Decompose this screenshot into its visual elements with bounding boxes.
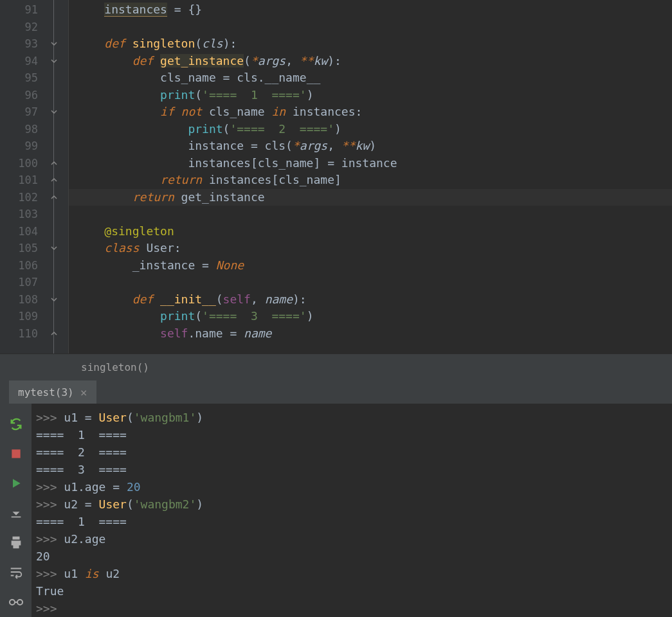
line-number: 106	[0, 257, 48, 274]
breadcrumb-item[interactable]: singleton()	[81, 361, 149, 373]
editor-pane: 9192939495969798991001011021031041051061…	[0, 0, 672, 353]
console-pane: >>> u1 = User('wangbm1')==== 1 ======== …	[0, 404, 672, 617]
code-line[interactable]: instance = cls(*args, **kw)	[69, 138, 672, 155]
code-line[interactable]: _instance = None	[69, 257, 672, 274]
console-line: ==== 1 ====	[36, 426, 668, 443]
line-number: 95	[0, 69, 48, 87]
line-number: 104	[0, 223, 48, 240]
line-number: 108	[0, 291, 48, 308]
console-line: 20	[36, 548, 668, 565]
console-line: ==== 1 ====	[36, 513, 668, 530]
fold-close-icon[interactable]	[50, 330, 57, 337]
fold-open-icon[interactable]	[50, 40, 57, 48]
console-line: >>> u1.age = 20	[36, 478, 668, 496]
code-line[interactable]: print('==== 1 ====')	[69, 87, 672, 104]
code-line[interactable]: instances[cls_name] = instance	[69, 155, 672, 172]
svg-point-2	[17, 600, 23, 605]
fold-close-icon[interactable]	[50, 193, 57, 201]
console-line: >>>	[36, 600, 668, 617]
line-number: 110	[0, 325, 48, 343]
stop-button[interactable]	[7, 445, 25, 463]
fold-open-icon[interactable]	[50, 108, 57, 116]
line-number: 91	[0, 1, 48, 19]
console-tab[interactable]: mytest(3) ×	[9, 380, 96, 404]
line-number: 99	[0, 138, 48, 155]
console-line: >>> u2.age	[36, 530, 668, 548]
line-number: 98	[0, 121, 48, 138]
code-line[interactable]: print('==== 3 ====')	[69, 308, 672, 325]
code-line[interactable]: def get_instance(*args, **kw):	[69, 53, 672, 70]
line-number: 101	[0, 172, 48, 189]
console-line: >>> u2 = User('wangbm2')	[36, 496, 668, 513]
console-line: >>> u1 is u2	[36, 565, 668, 582]
code-line[interactable]: @singleton	[69, 223, 672, 240]
fold-close-icon[interactable]	[50, 159, 57, 167]
code-line[interactable]: return instances[cls_name]	[69, 172, 672, 189]
code-line[interactable]: def singleton(cls):	[69, 35, 672, 53]
console-line: >>> u1 = User('wangbm1')	[36, 409, 668, 426]
console-actions	[0, 404, 32, 617]
line-number: 94	[0, 53, 48, 70]
rerun-button[interactable]	[7, 415, 25, 433]
scroll-bottom-button[interactable]	[7, 504, 25, 522]
code-line[interactable]	[69, 206, 672, 223]
line-number: 92	[0, 19, 48, 36]
line-number: 107	[0, 274, 48, 291]
code-line[interactable]	[69, 19, 672, 36]
fold-open-icon[interactable]	[50, 296, 57, 303]
glasses-icon[interactable]	[7, 593, 25, 611]
fold-open-icon[interactable]	[50, 244, 57, 252]
code-line[interactable]: instances = {}	[69, 1, 672, 19]
code-line[interactable]: self.name = name	[69, 325, 672, 343]
line-number: 109	[0, 308, 48, 325]
wrap-button[interactable]	[7, 563, 25, 581]
code-line[interactable]: print('==== 2 ====')	[69, 121, 672, 138]
code-area[interactable]: instances = {} def singleton(cls): def g…	[69, 0, 672, 353]
line-number: 102	[0, 189, 48, 206]
console-line: True	[36, 582, 668, 600]
line-number-gutter: 9192939495969798991001011021031041051061…	[0, 0, 48, 353]
code-line[interactable]: class User:	[69, 240, 672, 257]
fold-close-icon[interactable]	[50, 176, 57, 184]
code-line[interactable]: if not cls_name in instances:	[69, 103, 672, 121]
tab-label: mytest(3)	[18, 386, 74, 398]
line-number: 93	[0, 35, 48, 53]
code-line[interactable]: def __init__(self, name):	[69, 291, 672, 308]
console-line: ==== 2 ====	[36, 443, 668, 461]
close-icon[interactable]: ×	[80, 386, 87, 399]
console-line: ==== 3 ====	[36, 461, 668, 478]
svg-point-1	[10, 600, 15, 605]
line-number: 105	[0, 240, 48, 257]
console-tab-bar: mytest(3) ×	[0, 380, 672, 404]
code-line[interactable]: return get_instance	[69, 189, 672, 206]
fold-column	[48, 0, 69, 353]
run-button[interactable]	[7, 474, 25, 492]
line-number: 96	[0, 87, 48, 104]
breadcrumb-bar: singleton()	[0, 353, 672, 380]
line-number: 100	[0, 155, 48, 172]
line-number: 103	[0, 206, 48, 223]
code-line[interactable]: cls_name = cls.__name__	[69, 69, 672, 87]
line-number: 97	[0, 103, 48, 121]
svg-rect-0	[12, 449, 20, 458]
fold-open-icon[interactable]	[50, 57, 57, 65]
console-output[interactable]: >>> u1 = User('wangbm1')==== 1 ======== …	[32, 404, 672, 617]
code-line[interactable]	[69, 274, 672, 291]
print-button[interactable]	[7, 533, 25, 551]
